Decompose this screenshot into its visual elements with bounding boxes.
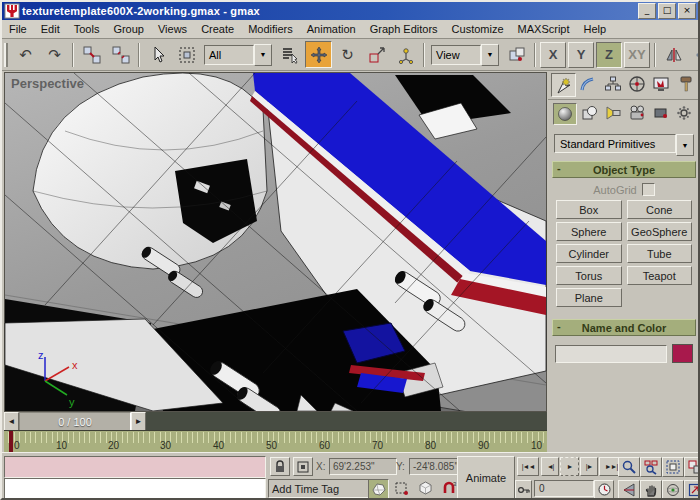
select-object-button[interactable] (144, 41, 171, 68)
time-back-arrow[interactable]: ◄ (4, 412, 19, 431)
menu-edit[interactable]: Edit (34, 21, 67, 37)
select-and-move-button[interactable] (305, 41, 332, 68)
menu-animation[interactable]: Animation (300, 21, 363, 37)
tab-modify[interactable] (577, 73, 600, 95)
primitive-category-dropdown[interactable]: Standard Primitives ▼ (554, 134, 694, 153)
restrict-x-button[interactable]: X (540, 42, 566, 68)
menu-create[interactable]: Create (194, 21, 241, 37)
minimize-button[interactable]: _ (638, 3, 656, 19)
array-button[interactable] (689, 41, 700, 68)
min-max-toggle-button[interactable] (684, 480, 700, 500)
tab-hierarchy[interactable] (601, 73, 624, 95)
time-slider-handle[interactable]: 0 / 100 (19, 412, 131, 431)
collapse-icon[interactable]: - (557, 162, 561, 174)
mirror-button[interactable] (660, 41, 687, 68)
menu-tools[interactable]: Tools (67, 21, 107, 37)
select-and-manipulate-button[interactable] (392, 41, 419, 68)
percent-snap-toggle[interactable] (416, 479, 435, 497)
zoom-button[interactable] (618, 457, 640, 477)
menu-graph-editors[interactable]: Graph Editors (363, 21, 445, 37)
restrict-xy-plane-button[interactable]: XY (624, 42, 650, 68)
maxscript-mini-listener[interactable] (4, 478, 266, 500)
category-shapes[interactable] (579, 103, 601, 123)
cylinder-button[interactable]: Cylinder (556, 244, 622, 263)
tube-button[interactable]: Tube (627, 244, 693, 263)
tab-utilities[interactable] (674, 73, 697, 95)
tab-create[interactable] (551, 73, 576, 97)
current-frame-field[interactable]: 0 (534, 480, 594, 497)
collapse-icon[interactable]: - (557, 320, 561, 332)
menu-maxscript[interactable]: MAXScript (511, 21, 577, 37)
restrict-y-button[interactable]: Y (568, 42, 594, 68)
torus-button[interactable]: Torus (556, 266, 622, 285)
pan-button[interactable] (640, 480, 662, 500)
use-pivot-point-center-button[interactable] (503, 41, 530, 68)
teapot-button[interactable]: Teapot (627, 266, 693, 285)
undo-button[interactable]: ↶ (12, 41, 39, 68)
snap-toggle[interactable] (368, 479, 389, 499)
category-geometry[interactable] (553, 103, 577, 125)
close-button[interactable]: × (678, 3, 696, 19)
autogrid-checkbox[interactable] (642, 183, 655, 196)
rectangular-selection-region-button[interactable] (173, 41, 200, 68)
redo-button[interactable]: ↷ (41, 41, 68, 68)
name-and-color-rollout-header[interactable]: - Name and Color (552, 319, 696, 336)
maximize-button[interactable]: □ (658, 3, 676, 19)
viewport-label[interactable]: Perspective (11, 76, 84, 91)
menu-views[interactable]: Views (151, 21, 194, 37)
chevron-down-icon[interactable]: ▼ (481, 44, 499, 66)
object-type-rollout-header[interactable]: - Object Type (552, 161, 696, 178)
menu-help[interactable]: Help (577, 21, 614, 37)
select-and-scale-button[interactable] (363, 41, 390, 68)
select-and-link-button[interactable] (78, 41, 105, 68)
select-and-rotate-button[interactable]: ↻ (334, 41, 361, 68)
menu-group[interactable]: Group (106, 21, 151, 37)
menu-file[interactable]: File (2, 21, 34, 37)
key-mode-toggle[interactable] (515, 480, 532, 499)
animate-button[interactable]: Animate (457, 456, 515, 500)
time-configuration-button[interactable] (594, 480, 614, 499)
object-name-input[interactable] (555, 345, 667, 363)
absolute-offset-mode-toggle[interactable] (293, 457, 313, 476)
sphere-button[interactable]: Sphere (556, 222, 622, 241)
tab-display[interactable] (650, 73, 673, 95)
x-coordinate-field[interactable]: 69'2.253" (329, 458, 397, 475)
track-bar[interactable]: 0 10 20 30 40 50 60 70 80 90 10 (4, 430, 547, 453)
menu-modifiers[interactable]: Modifiers (241, 21, 300, 37)
chevron-down-icon[interactable]: ▼ (254, 44, 272, 66)
title-bar[interactable]: texturetemplate600X-2working.gmax - gmax… (2, 2, 698, 20)
tab-motion[interactable] (625, 73, 648, 95)
arc-rotate-button[interactable] (662, 480, 684, 500)
chevron-down-icon[interactable]: ▼ (676, 134, 694, 156)
time-forward-arrow[interactable]: ► (131, 412, 146, 431)
reference-coordinate-system-dropdown[interactable]: View ▼ (431, 45, 499, 65)
zoom-extents-button[interactable] (662, 457, 684, 477)
selection-lock-toggle[interactable] (270, 457, 290, 476)
goto-start-button[interactable]: |◄◄ (517, 457, 539, 476)
category-helpers[interactable] (650, 103, 672, 123)
current-frame-marker[interactable] (9, 431, 13, 453)
previous-frame-button[interactable]: ◄| (541, 457, 559, 476)
unlink-selection-button[interactable] (107, 41, 134, 68)
menu-customize[interactable]: Customize (445, 21, 511, 37)
play-button[interactable]: ► (560, 457, 579, 476)
zoom-all-button[interactable] (640, 457, 662, 477)
cone-button[interactable]: Cone (627, 200, 693, 219)
restrict-z-button[interactable]: Z (596, 42, 622, 68)
category-lights[interactable] (602, 103, 624, 123)
time-slider[interactable]: ◄ 0 / 100 ► (4, 411, 547, 431)
select-by-name-button[interactable] (276, 41, 303, 68)
plane-button[interactable]: Plane (556, 288, 622, 307)
next-frame-button[interactable]: |► (580, 457, 598, 476)
perspective-viewport[interactable]: z x y Perspective (4, 72, 547, 412)
geosphere-button[interactable]: GeoSphere (627, 222, 693, 241)
selection-filter-dropdown[interactable]: All ▼ (204, 45, 272, 65)
category-systems[interactable] (673, 103, 695, 123)
box-button[interactable]: Box (556, 200, 622, 219)
angle-snap-toggle[interactable] (392, 479, 411, 497)
toolbar-grip[interactable] (4, 43, 8, 67)
object-color-swatch[interactable] (672, 344, 693, 363)
field-of-view-button[interactable] (618, 480, 640, 500)
maxscript-macro-recorder[interactable] (4, 456, 266, 478)
category-cameras[interactable] (626, 103, 648, 123)
